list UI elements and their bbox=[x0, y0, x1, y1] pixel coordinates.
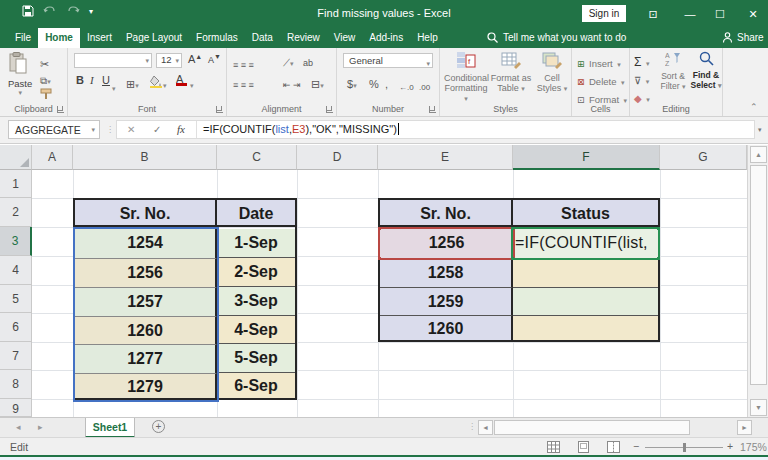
cell-f3-editing[interactable]: =IF(COUNTIF(list, bbox=[513, 229, 658, 258]
sign-in-button[interactable]: Sign in bbox=[582, 5, 626, 22]
insert-cells-button[interactable]: ⊞ Insert ▾ bbox=[577, 53, 621, 71]
cell-e6[interactable]: 1260 bbox=[380, 315, 513, 340]
increase-decimal-button[interactable]: ←.0 bbox=[399, 76, 414, 94]
enter-icon[interactable]: ✓ bbox=[153, 124, 161, 135]
comma-button[interactable]: , bbox=[385, 74, 388, 92]
row-header-2[interactable]: 2 bbox=[0, 198, 32, 227]
page-break-view-icon[interactable] bbox=[607, 441, 620, 453]
borders-button[interactable]: ⊞▾ bbox=[126, 74, 139, 92]
horizontal-scroll-thumb[interactable] bbox=[494, 420, 690, 435]
row-header-5[interactable]: 5 bbox=[0, 285, 32, 313]
tab-insert[interactable]: Insert bbox=[80, 28, 119, 48]
collapse-ribbon-icon[interactable]: ⌃ bbox=[750, 102, 758, 112]
row-header-4[interactable]: 4 bbox=[0, 256, 32, 285]
tab-home[interactable]: Home bbox=[38, 28, 80, 48]
merge-center-button[interactable]: ⊟▾ bbox=[311, 74, 324, 92]
paste-button[interactable]: Paste ▾ bbox=[8, 52, 32, 97]
tab-review[interactable]: Review bbox=[280, 28, 327, 48]
italic-button[interactable]: I bbox=[90, 74, 94, 86]
alignment-dialog-launcher[interactable] bbox=[326, 106, 333, 113]
scroll-up-arrow[interactable]: ▲ bbox=[750, 146, 767, 163]
column-header-f[interactable]: F bbox=[513, 145, 660, 170]
select-all-corner[interactable] bbox=[0, 145, 32, 170]
cell-f6[interactable] bbox=[513, 315, 658, 340]
minimize-button[interactable]: — bbox=[675, 0, 705, 28]
sheet-tab-sheet1[interactable]: Sheet1 bbox=[85, 418, 135, 438]
clipboard-dialog-launcher[interactable] bbox=[57, 106, 64, 113]
row-header-6[interactable]: 6 bbox=[0, 313, 32, 342]
font-name-combobox[interactable]: ▾ bbox=[74, 53, 152, 68]
cell-c6[interactable]: 4-Sep bbox=[217, 316, 295, 344]
cell-c8[interactable]: 6-Sep bbox=[217, 373, 295, 398]
shrink-font-button[interactable]: A▼ bbox=[208, 53, 221, 65]
vertical-scrollbar[interactable]: ▲ ▼ bbox=[747, 145, 768, 417]
wrap-text-button[interactable]: ab bbox=[303, 52, 313, 70]
horizontal-align-buttons[interactable]: ≡ ≡ ≡ bbox=[233, 74, 254, 92]
row-header-1[interactable]: 1 bbox=[0, 170, 32, 198]
orientation-button[interactable]: ⟋▾ bbox=[283, 52, 294, 70]
column-header-c[interactable]: C bbox=[217, 145, 297, 170]
tab-add-ins[interactable]: Add-ins bbox=[362, 28, 410, 48]
zoom-in-icon[interactable]: + bbox=[727, 440, 733, 452]
name-box[interactable]: AGGREGATE▾ bbox=[8, 120, 100, 139]
row-header-9[interactable]: 9 bbox=[0, 399, 32, 417]
cell-c5[interactable]: 3-Sep bbox=[217, 287, 295, 316]
cell-c7[interactable]: 5-Sep bbox=[217, 344, 295, 373]
delete-cells-button[interactable]: ⊠ Delete ▾ bbox=[577, 71, 624, 89]
cell-b3[interactable]: 1254 bbox=[75, 229, 217, 258]
vertical-scroll-thumb[interactable] bbox=[750, 165, 767, 385]
format-painter-button[interactable] bbox=[40, 86, 52, 104]
bold-button[interactable]: B bbox=[76, 74, 84, 86]
cell-f4[interactable] bbox=[513, 258, 658, 287]
cancel-icon[interactable]: ✕ bbox=[127, 124, 135, 135]
font-dialog-launcher[interactable] bbox=[216, 106, 223, 113]
cell-b5[interactable]: 1257 bbox=[75, 287, 217, 316]
fill-color-button[interactable]: ▾ bbox=[150, 74, 167, 92]
tab-page-layout[interactable]: Page Layout bbox=[119, 28, 189, 48]
tell-me-search[interactable]: Tell me what you want to do bbox=[487, 28, 626, 48]
cell-b7[interactable]: 1277 bbox=[75, 344, 217, 373]
underline-button[interactable]: U bbox=[102, 74, 110, 86]
tab-formulas[interactable]: Formulas bbox=[189, 28, 245, 48]
cell-e3[interactable]: 1256 bbox=[380, 229, 513, 258]
sort-filter-button[interactable]: AZ Sort & Filter ▾ bbox=[656, 51, 690, 91]
number-dialog-launcher[interactable] bbox=[429, 106, 436, 113]
number-format-combobox[interactable]: General▾ bbox=[343, 53, 433, 68]
column-header-g[interactable]: G bbox=[660, 145, 747, 170]
left-table-header-date[interactable]: Date bbox=[217, 200, 295, 227]
tab-view[interactable]: View bbox=[327, 28, 363, 48]
column-header-e[interactable]: E bbox=[378, 145, 513, 170]
fill-button[interactable]: ⊽ ▾ bbox=[634, 70, 649, 88]
font-color-arrow[interactable]: ▾ bbox=[190, 74, 194, 92]
indent-buttons[interactable]: ⇤ ⇥ bbox=[283, 74, 301, 92]
percent-button[interactable]: % bbox=[369, 74, 379, 92]
page-layout-view-icon[interactable] bbox=[577, 441, 590, 453]
right-table-header-srno[interactable]: Sr. No. bbox=[380, 200, 513, 227]
font-color-button[interactable]: A bbox=[176, 73, 187, 86]
zoom-level[interactable]: 175% bbox=[740, 441, 767, 453]
accounting-format-button[interactable]: $▾ bbox=[347, 74, 357, 92]
tabbar-splitter[interactable]: ⋮ bbox=[468, 422, 476, 431]
maximize-button[interactable]: ☐ bbox=[705, 0, 735, 28]
tab-help[interactable]: Help bbox=[410, 28, 445, 48]
cell-b8[interactable]: 1279 bbox=[75, 373, 217, 398]
hscroll-right-arrow[interactable]: ► bbox=[737, 420, 752, 435]
row-header-7[interactable]: 7 bbox=[0, 342, 32, 370]
cell-e4[interactable]: 1258 bbox=[380, 258, 513, 287]
zoom-slider-thumb[interactable] bbox=[683, 443, 686, 452]
normal-view-icon[interactable] bbox=[547, 441, 560, 453]
tab-data[interactable]: Data bbox=[245, 28, 280, 48]
cell-b4[interactable]: 1256 bbox=[75, 258, 217, 287]
cell-b6[interactable]: 1260 bbox=[75, 316, 217, 344]
row-header-3[interactable]: 3 bbox=[0, 227, 32, 256]
underline-arrow[interactable]: ▾ bbox=[112, 77, 116, 95]
cell-c3[interactable]: 1-Sep bbox=[217, 229, 295, 258]
insert-function-icon[interactable]: fx bbox=[177, 123, 185, 135]
new-sheet-button[interactable]: + bbox=[152, 420, 165, 433]
cell-styles-button[interactable]: Cell Styles ▾ bbox=[534, 51, 570, 93]
row-header-8[interactable]: 8 bbox=[0, 370, 32, 399]
scroll-down-arrow[interactable]: ▼ bbox=[750, 399, 767, 416]
zoom-out-icon[interactable]: − bbox=[633, 440, 639, 452]
vertical-align-buttons[interactable]: ≡ ≡ ≡ bbox=[233, 54, 254, 72]
sheet-nav-right-icon[interactable]: ▸ bbox=[38, 422, 43, 432]
